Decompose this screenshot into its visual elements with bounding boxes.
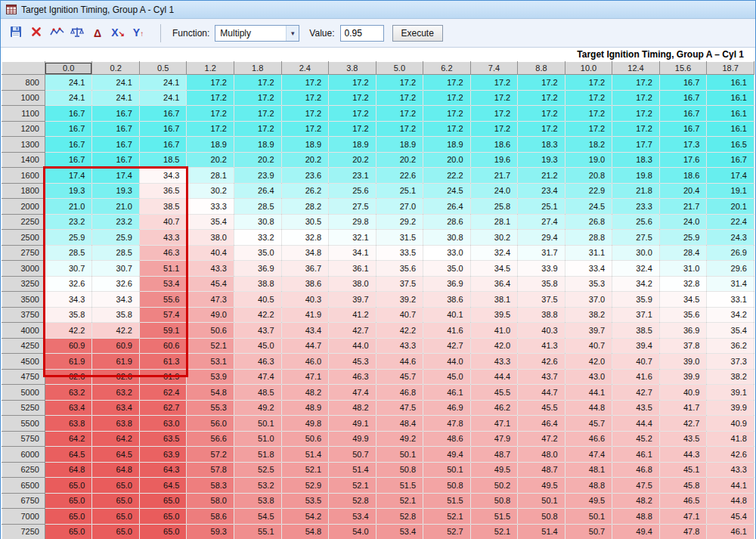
- table-cell[interactable]: 24.3: [707, 230, 754, 246]
- row-header-800[interactable]: 800: [2, 75, 45, 91]
- table-cell[interactable]: 50.1: [234, 416, 282, 432]
- table-cell[interactable]: 40.7: [139, 214, 187, 230]
- table-cell[interactable]: 50.6: [281, 431, 329, 447]
- table-cell[interactable]: 16.7: [45, 106, 92, 122]
- table-cell[interactable]: 30.8: [423, 230, 471, 246]
- table-cell[interactable]: 19.6: [470, 152, 518, 168]
- table-cell[interactable]: 34.8: [281, 245, 329, 261]
- table-cell[interactable]: 34.3: [92, 292, 140, 308]
- table-cell[interactable]: 49.4: [612, 524, 660, 539]
- table-cell[interactable]: 35.4: [707, 323, 754, 339]
- col-header-0.5[interactable]: 0.5: [139, 62, 187, 75]
- table-cell[interactable]: 54.8: [281, 524, 329, 539]
- table-cell[interactable]: 44.8: [707, 493, 754, 509]
- table-cell[interactable]: 28.8: [565, 230, 612, 246]
- table-cell[interactable]: 16.7: [139, 137, 187, 153]
- col-header-1.2[interactable]: 1.2: [187, 62, 234, 75]
- table-cell[interactable]: 17.2: [423, 75, 471, 91]
- col-header-5.0[interactable]: 5.0: [376, 62, 423, 75]
- table-cell[interactable]: 64.5: [139, 478, 187, 494]
- table-cell[interactable]: 23.6: [281, 168, 329, 184]
- table-cell[interactable]: 45.4: [707, 509, 754, 525]
- table-cell[interactable]: 41.2: [329, 307, 376, 323]
- table-cell[interactable]: 55.1: [234, 524, 282, 539]
- table-cell[interactable]: 40.5: [234, 292, 282, 308]
- table-cell[interactable]: 38.6: [423, 292, 471, 308]
- table-cell[interactable]: 39.7: [329, 292, 376, 308]
- table-cell[interactable]: 64.5: [92, 447, 140, 463]
- table-cell[interactable]: 31.5: [376, 230, 423, 246]
- table-cell[interactable]: 44.4: [612, 416, 660, 432]
- table-cell[interactable]: 50.2: [470, 478, 518, 494]
- row-header-3000[interactable]: 3000: [2, 261, 45, 277]
- table-cell[interactable]: 17.2: [234, 106, 282, 122]
- table-cell[interactable]: 58.6: [187, 509, 234, 525]
- table-cell[interactable]: 17.2: [187, 75, 234, 91]
- row-header-7000[interactable]: 7000: [2, 509, 45, 525]
- table-cell[interactable]: 20.2: [281, 152, 329, 168]
- table-cell[interactable]: 25.6: [612, 214, 660, 230]
- table-cell[interactable]: 18.9: [329, 137, 376, 153]
- table-cell[interactable]: 48.0: [518, 447, 565, 463]
- table-cell[interactable]: 30.2: [187, 183, 234, 199]
- row-header-6500[interactable]: 6500: [2, 478, 45, 494]
- table-cell[interactable]: 39.7: [565, 323, 612, 339]
- table-cell[interactable]: 54.0: [329, 524, 376, 539]
- table-cell[interactable]: 23.2: [45, 214, 92, 230]
- table-cell[interactable]: 19.0: [565, 152, 612, 168]
- table-cell[interactable]: 40.4: [187, 245, 234, 261]
- row-header-5500[interactable]: 5500: [2, 416, 45, 432]
- table-cell[interactable]: 16.7: [92, 152, 140, 168]
- table-cell[interactable]: 38.5: [612, 323, 660, 339]
- table-cell[interactable]: 17.2: [470, 121, 518, 137]
- table-cell[interactable]: 47.1: [470, 416, 518, 432]
- table-cell[interactable]: 17.4: [92, 168, 140, 184]
- table-cell[interactable]: 47.8: [423, 416, 471, 432]
- row-header-3250[interactable]: 3250: [2, 276, 45, 292]
- table-cell[interactable]: 24.0: [470, 183, 518, 199]
- table-cell[interactable]: 48.8: [565, 478, 612, 494]
- table-cell[interactable]: 62.6: [45, 369, 92, 385]
- table-cell[interactable]: 64.8: [45, 462, 92, 478]
- row-header-1200[interactable]: 1200: [2, 121, 45, 137]
- table-cell[interactable]: 19.3: [92, 183, 140, 199]
- delta-button[interactable]: Δ: [88, 23, 107, 43]
- table-cell[interactable]: 52.9: [281, 478, 329, 494]
- col-header-3.8[interactable]: 3.8: [329, 62, 376, 75]
- table-cell[interactable]: 48.4: [376, 416, 423, 432]
- table-cell[interactable]: 30.5: [281, 214, 329, 230]
- table-cell[interactable]: 35.6: [376, 261, 423, 277]
- table-cell[interactable]: 22.2: [423, 168, 471, 184]
- table-cell[interactable]: 43.7: [234, 323, 282, 339]
- table-cell[interactable]: 40.9: [707, 416, 754, 432]
- table-cell[interactable]: 47.4: [329, 385, 376, 401]
- table-cell[interactable]: 28.4: [659, 245, 707, 261]
- table-cell[interactable]: 50.7: [565, 524, 612, 539]
- table-cell[interactable]: 51.5: [423, 493, 471, 509]
- table-cell[interactable]: 17.2: [518, 121, 565, 137]
- table-cell[interactable]: 31.4: [707, 276, 754, 292]
- table-cell[interactable]: 17.2: [376, 90, 423, 106]
- table-cell[interactable]: 52.8: [329, 493, 376, 509]
- table-cell[interactable]: 46.3: [139, 245, 187, 261]
- table-cell[interactable]: 59.3: [187, 524, 234, 539]
- table-cell[interactable]: 63.4: [92, 400, 140, 416]
- table-cell[interactable]: 53.9: [187, 369, 234, 385]
- row-header-2750[interactable]: 2750: [2, 245, 45, 261]
- table-cell[interactable]: 29.6: [707, 261, 754, 277]
- table-cell[interactable]: 55.3: [187, 400, 234, 416]
- table-cell[interactable]: 35.3: [565, 276, 612, 292]
- table-cell[interactable]: 43.5: [659, 431, 707, 447]
- table-cell[interactable]: 49.9: [329, 431, 376, 447]
- table-cell[interactable]: 56.6: [187, 431, 234, 447]
- delete-button[interactable]: [27, 23, 45, 43]
- table-cell[interactable]: 27.0: [376, 199, 423, 215]
- table-cell[interactable]: 43.3: [376, 338, 423, 354]
- table-cell[interactable]: 16.7: [92, 137, 140, 153]
- table-cell[interactable]: 44.7: [281, 338, 329, 354]
- table-cell[interactable]: 17.2: [518, 106, 565, 122]
- table-cell[interactable]: 60.9: [92, 338, 140, 354]
- table-cell[interactable]: 44.7: [518, 385, 565, 401]
- table-cell[interactable]: 16.7: [45, 121, 92, 137]
- col-header-6.2[interactable]: 6.2: [423, 62, 471, 75]
